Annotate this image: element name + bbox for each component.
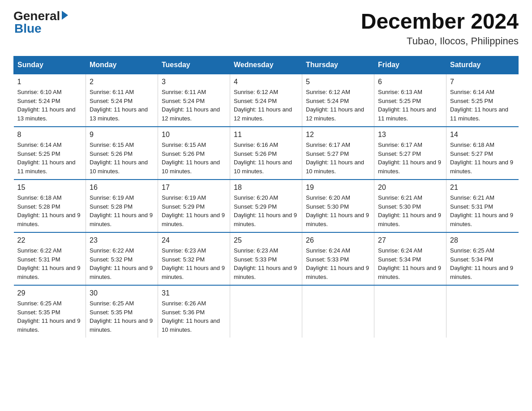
day-number: 4 <box>234 78 298 86</box>
calendar-table: SundayMondayTuesdayWednesdayThursdayFrid… <box>13 56 519 338</box>
day-number: 28 <box>450 236 515 244</box>
day-info: Sunrise: 6:21 AMSunset: 5:30 PMDaylight:… <box>378 193 442 228</box>
logo: General Blue <box>13 9 68 36</box>
day-number: 12 <box>306 131 370 139</box>
calendar-header-row: SundayMondayTuesdayWednesdayThursdayFrid… <box>14 56 519 74</box>
calendar-cell: 25 Sunrise: 6:23 AMSunset: 5:33 PMDaylig… <box>230 232 302 285</box>
week-row-4: 22 Sunrise: 6:22 AMSunset: 5:31 PMDaylig… <box>14 232 519 285</box>
header-thursday: Thursday <box>302 56 374 74</box>
calendar-cell: 6 Sunrise: 6:13 AMSunset: 5:25 PMDayligh… <box>374 74 446 127</box>
day-info: Sunrise: 6:15 AMSunset: 5:26 PMDaylight:… <box>162 141 226 176</box>
day-info: Sunrise: 6:12 AMSunset: 5:24 PMDaylight:… <box>306 88 370 123</box>
day-info: Sunrise: 6:11 AMSunset: 5:24 PMDaylight:… <box>90 88 154 123</box>
calendar-cell: 26 Sunrise: 6:24 AMSunset: 5:33 PMDaylig… <box>302 232 374 285</box>
day-info: Sunrise: 6:22 AMSunset: 5:32 PMDaylight:… <box>90 246 154 281</box>
day-number: 13 <box>378 131 442 139</box>
calendar-cell: 3 Sunrise: 6:11 AMSunset: 5:24 PMDayligh… <box>158 74 230 127</box>
header-wednesday: Wednesday <box>230 56 302 74</box>
calendar-cell <box>302 285 374 338</box>
day-info: Sunrise: 6:14 AMSunset: 5:25 PMDaylight:… <box>450 88 515 123</box>
day-number: 15 <box>17 184 82 192</box>
day-number: 14 <box>450 131 515 139</box>
week-row-5: 29 Sunrise: 6:25 AMSunset: 5:35 PMDaylig… <box>14 285 519 338</box>
calendar-cell: 8 Sunrise: 6:14 AMSunset: 5:25 PMDayligh… <box>14 127 86 180</box>
day-number: 21 <box>450 184 515 192</box>
day-info: Sunrise: 6:23 AMSunset: 5:33 PMDaylight:… <box>234 246 298 281</box>
calendar-cell: 27 Sunrise: 6:24 AMSunset: 5:34 PMDaylig… <box>374 232 446 285</box>
day-number: 31 <box>162 289 226 297</box>
day-number: 16 <box>90 184 154 192</box>
location-title: Tubao, Ilocos, Philippines <box>361 35 519 47</box>
day-info: Sunrise: 6:20 AMSunset: 5:30 PMDaylight:… <box>306 193 370 228</box>
day-info: Sunrise: 6:22 AMSunset: 5:31 PMDaylight:… <box>17 246 82 281</box>
day-info: Sunrise: 6:19 AMSunset: 5:29 PMDaylight:… <box>162 193 226 228</box>
calendar-cell: 22 Sunrise: 6:22 AMSunset: 5:31 PMDaylig… <box>14 232 86 285</box>
calendar-cell: 9 Sunrise: 6:15 AMSunset: 5:26 PMDayligh… <box>86 127 158 180</box>
calendar-cell: 19 Sunrise: 6:20 AMSunset: 5:30 PMDaylig… <box>302 180 374 232</box>
week-row-1: 1 Sunrise: 6:10 AMSunset: 5:24 PMDayligh… <box>14 74 519 127</box>
header-monday: Monday <box>86 56 158 74</box>
calendar-cell: 4 Sunrise: 6:12 AMSunset: 5:24 PMDayligh… <box>230 74 302 127</box>
day-number: 30 <box>90 289 154 297</box>
calendar-cell: 17 Sunrise: 6:19 AMSunset: 5:29 PMDaylig… <box>158 180 230 232</box>
day-info: Sunrise: 6:12 AMSunset: 5:24 PMDaylight:… <box>234 88 298 123</box>
day-info: Sunrise: 6:24 AMSunset: 5:34 PMDaylight:… <box>378 246 442 281</box>
calendar-cell: 1 Sunrise: 6:10 AMSunset: 5:24 PMDayligh… <box>14 74 86 127</box>
day-info: Sunrise: 6:18 AMSunset: 5:27 PMDaylight:… <box>450 141 515 176</box>
day-number: 24 <box>162 236 226 244</box>
day-number: 19 <box>306 184 370 192</box>
header-tuesday: Tuesday <box>158 56 230 74</box>
day-info: Sunrise: 6:17 AMSunset: 5:27 PMDaylight:… <box>306 141 370 176</box>
day-number: 27 <box>378 236 442 244</box>
calendar-cell: 29 Sunrise: 6:25 AMSunset: 5:35 PMDaylig… <box>14 285 86 338</box>
week-row-3: 15 Sunrise: 6:18 AMSunset: 5:28 PMDaylig… <box>14 180 519 232</box>
day-number: 11 <box>234 131 298 139</box>
header-saturday: Saturday <box>446 56 519 74</box>
day-number: 2 <box>90 78 154 86</box>
day-info: Sunrise: 6:19 AMSunset: 5:28 PMDaylight:… <box>90 193 154 228</box>
day-number: 26 <box>306 236 370 244</box>
day-info: Sunrise: 6:18 AMSunset: 5:28 PMDaylight:… <box>17 193 82 228</box>
day-number: 9 <box>90 131 154 139</box>
day-info: Sunrise: 6:25 AMSunset: 5:35 PMDaylight:… <box>90 299 154 334</box>
calendar-cell <box>446 285 519 338</box>
header-friday: Friday <box>374 56 446 74</box>
calendar-cell: 12 Sunrise: 6:17 AMSunset: 5:27 PMDaylig… <box>302 127 374 180</box>
logo-blue-text: Blue <box>14 21 42 36</box>
calendar-cell: 14 Sunrise: 6:18 AMSunset: 5:27 PMDaylig… <box>446 127 519 180</box>
day-number: 17 <box>162 184 226 192</box>
day-number: 29 <box>17 289 82 297</box>
day-info: Sunrise: 6:11 AMSunset: 5:24 PMDaylight:… <box>162 88 226 123</box>
day-info: Sunrise: 6:16 AMSunset: 5:26 PMDaylight:… <box>234 141 298 176</box>
calendar-cell: 30 Sunrise: 6:25 AMSunset: 5:35 PMDaylig… <box>86 285 158 338</box>
day-info: Sunrise: 6:17 AMSunset: 5:27 PMDaylight:… <box>378 141 442 176</box>
day-number: 18 <box>234 184 298 192</box>
calendar-cell: 11 Sunrise: 6:16 AMSunset: 5:26 PMDaylig… <box>230 127 302 180</box>
page-header: General Blue December 2024 Tubao, Ilocos… <box>13 9 519 47</box>
calendar-cell: 20 Sunrise: 6:21 AMSunset: 5:30 PMDaylig… <box>374 180 446 232</box>
calendar-cell: 24 Sunrise: 6:23 AMSunset: 5:32 PMDaylig… <box>158 232 230 285</box>
day-number: 23 <box>90 236 154 244</box>
day-number: 3 <box>162 78 226 86</box>
day-info: Sunrise: 6:25 AMSunset: 5:34 PMDaylight:… <box>450 246 515 281</box>
calendar-cell: 10 Sunrise: 6:15 AMSunset: 5:26 PMDaylig… <box>158 127 230 180</box>
month-title: December 2024 <box>361 9 519 34</box>
day-number: 7 <box>450 78 515 86</box>
day-info: Sunrise: 6:14 AMSunset: 5:25 PMDaylight:… <box>17 141 82 176</box>
day-info: Sunrise: 6:15 AMSunset: 5:26 PMDaylight:… <box>90 141 154 176</box>
calendar-cell: 16 Sunrise: 6:19 AMSunset: 5:28 PMDaylig… <box>86 180 158 232</box>
day-info: Sunrise: 6:21 AMSunset: 5:31 PMDaylight:… <box>450 193 515 228</box>
day-info: Sunrise: 6:20 AMSunset: 5:29 PMDaylight:… <box>234 193 298 228</box>
day-number: 25 <box>234 236 298 244</box>
calendar-cell <box>230 285 302 338</box>
calendar-cell: 7 Sunrise: 6:14 AMSunset: 5:25 PMDayligh… <box>446 74 519 127</box>
calendar-cell: 31 Sunrise: 6:26 AMSunset: 5:36 PMDaylig… <box>158 285 230 338</box>
day-info: Sunrise: 6:26 AMSunset: 5:36 PMDaylight:… <box>162 299 226 334</box>
week-row-2: 8 Sunrise: 6:14 AMSunset: 5:25 PMDayligh… <box>14 127 519 180</box>
day-info: Sunrise: 6:24 AMSunset: 5:33 PMDaylight:… <box>306 246 370 281</box>
calendar-cell: 18 Sunrise: 6:20 AMSunset: 5:29 PMDaylig… <box>230 180 302 232</box>
calendar-cell <box>374 285 446 338</box>
calendar-cell: 15 Sunrise: 6:18 AMSunset: 5:28 PMDaylig… <box>14 180 86 232</box>
day-number: 1 <box>17 78 82 86</box>
title-section: December 2024 Tubao, Ilocos, Philippines <box>361 9 519 47</box>
